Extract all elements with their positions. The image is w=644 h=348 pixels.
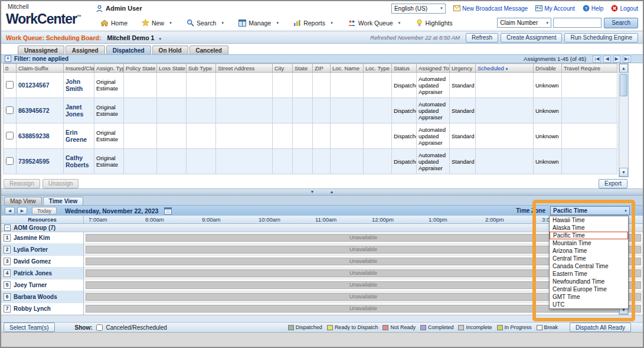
today-button[interactable]: Today [32,207,57,214]
timezone-option[interactable]: Arizona Time [550,247,628,255]
collapse-group-button[interactable]: − [4,225,11,231]
column-header-loc-type[interactable]: Loc. Type [364,64,392,73]
assignment-row[interactable]: 739524595Cathy RobertsOriginal EstimateD… [4,149,617,174]
tab-on-hold[interactable]: On Hold [152,45,188,54]
column-header-insured-claima[interactable]: Insured/Claima [64,64,94,73]
claim-search-input[interactable] [553,18,601,28]
nav-workqueue[interactable]: Work Queue▼ [348,19,401,27]
timezone-option[interactable]: Mountain Time [550,239,628,247]
chevron-down-icon: ▼ [440,6,443,10]
column-header-status[interactable]: Status [392,64,417,73]
row-checkbox[interactable] [6,157,14,165]
timezone-option[interactable]: Central Time [550,255,628,262]
reassign-button[interactable]: Reassign [4,179,40,188]
select-teams-button[interactable]: Select Team(s) [4,323,55,332]
resource-name-cell[interactable]: 3David Gomez [1,256,84,268]
column-header-claim-suffix[interactable]: Claim-Suffix [17,64,64,73]
canceled-rescheduled-checkbox[interactable] [96,324,103,331]
nav-new[interactable]: New▼ [142,19,172,27]
link-help[interactable]: ?Help [583,5,604,12]
column-header-assigned-to[interactable]: Assigned To [417,64,450,73]
tab-canceled[interactable]: Canceled [189,45,228,54]
create-assignment-button[interactable]: Create Assignment [501,33,563,43]
column-header-travel-require[interactable]: Travel Require [562,64,617,73]
timezone-option[interactable]: Central Europe Time [550,285,628,293]
prev-day-button[interactable]: ◀ [5,207,15,214]
last-page-button[interactable]: ▶| [623,56,631,63]
collapse-up-icon[interactable]: ▲ [330,190,334,194]
resource-name-cell[interactable]: 7Robby Lynch [1,303,84,315]
assignment-row[interactable]: 863945672Janet JonesOriginal EstimateDis… [4,98,617,123]
scroll-up-icon[interactable]: ▲ [619,64,628,73]
tab-unassigned[interactable]: Unassigned [18,45,64,54]
assignment-row[interactable]: 001234567John SmithOriginal EstimateDisp… [4,73,617,98]
resource-name-cell[interactable]: 1Jasmine Kim [1,232,84,244]
timezone-option[interactable]: Hawaii Time [550,216,628,224]
resource-name-cell[interactable]: 2Lydia Porter [1,244,84,256]
tab-time-view[interactable]: Time View [43,197,84,205]
column-header-city[interactable]: City [273,64,293,73]
timezone-option[interactable]: Newfoundland Time [550,278,628,285]
column-header-state[interactable]: State [293,64,313,73]
resource-name-cell[interactable]: 4Patrick Jones [1,268,84,279]
language-select[interactable]: English (US)▼ [391,4,446,14]
column-header-assign-type[interactable]: Assign. Type [94,64,124,73]
assignment-row[interactable]: 638859238Erin GreeneOriginal EstimateDis… [4,123,617,149]
panel-splitter[interactable]: ▼ ▲ [1,188,643,196]
timezone-option[interactable]: Alaska Time [550,224,628,232]
link-account[interactable]: My Account [535,5,575,12]
cell-status: Dispatched [392,98,417,123]
resource-name-cell[interactable]: 6Barbara Woods [1,291,84,303]
collapse-down-icon[interactable]: ▼ [310,190,315,194]
unassign-button[interactable]: Unassign [43,179,79,188]
scroll-down-icon[interactable]: ▼ [619,168,628,177]
row-checkbox[interactable] [6,106,14,114]
timezone-option[interactable]: GMT Time [550,293,628,301]
filter-expand-button[interactable]: + [5,56,11,62]
column-header-loc-name[interactable]: Loc. Name [331,64,364,73]
table-scrollbar[interactable]: ▲ ▼ [619,63,629,177]
scroll-thumb[interactable] [620,74,627,96]
timezone-select[interactable]: Pacific Time▼ [550,206,630,215]
row-checkbox[interactable] [6,81,14,89]
link-broadcast[interactable]: New Broadcast Message [453,5,528,12]
schedule-footer-track [1,315,643,322]
next-page-button[interactable]: ▶ [613,56,620,63]
resource-name-cell[interactable]: 5Joey Turner [1,279,84,291]
column-header-policy-state[interactable]: Policy State [124,64,157,73]
column-header-0[interactable]: 0 [4,64,17,73]
nav-reports[interactable]: Reports▼ [293,19,334,27]
column-header-sub-type[interactable]: Sub Type [187,64,216,73]
tab-assigned[interactable]: Assigned [66,45,105,54]
prev-page-button[interactable]: ◀ [603,56,610,63]
timezone-option[interactable]: Pacific Time [550,232,628,239]
board-name-dropdown[interactable]: Mitchell Demo 1 ▼ [107,34,162,41]
next-day-button[interactable]: ▶ [17,207,27,214]
link-logout[interactable]: Logout [611,5,638,12]
column-header-zip[interactable]: ZIP [313,64,331,73]
claim-search-category-select[interactable]: Claim Number▼ [497,18,551,28]
column-header-loss-state[interactable]: Loss State [157,64,187,73]
nav-manage[interactable]: Manage▼ [238,19,279,27]
dispatch-all-ready-button[interactable]: Dispatch All Ready [570,323,631,332]
column-header-urgency[interactable]: Urgency [450,64,476,73]
column-header-street-address[interactable]: Street Address [216,64,273,73]
scroll-track[interactable] [619,73,628,168]
run-scheduling-engine-button[interactable]: Run Scheduling Engine [564,33,638,43]
export-button[interactable]: Export [599,179,627,188]
tab-map-view[interactable]: Map View [4,197,42,205]
tab-dispatched[interactable]: Dispatched [106,45,151,54]
first-page-button[interactable]: |◀ [593,56,601,63]
timezone-option[interactable]: UTC [550,301,628,308]
claim-search-button[interactable]: Search [604,18,638,28]
refresh-button[interactable]: Refresh [466,33,498,43]
calendar-icon[interactable] [164,207,172,214]
column-header-drivable[interactable]: Drivable [534,64,562,73]
timezone-option[interactable]: Canada Central Time [550,262,628,270]
timezone-option[interactable]: Eastern Time [550,270,628,278]
nav-highlights[interactable]: Highlights [416,19,453,27]
nav-search[interactable]: Search▼ [187,19,224,27]
column-header-scheduled[interactable]: Scheduled ▼ [476,64,534,73]
row-checkbox[interactable] [6,132,14,139]
nav-home[interactable]: Home [100,19,128,27]
